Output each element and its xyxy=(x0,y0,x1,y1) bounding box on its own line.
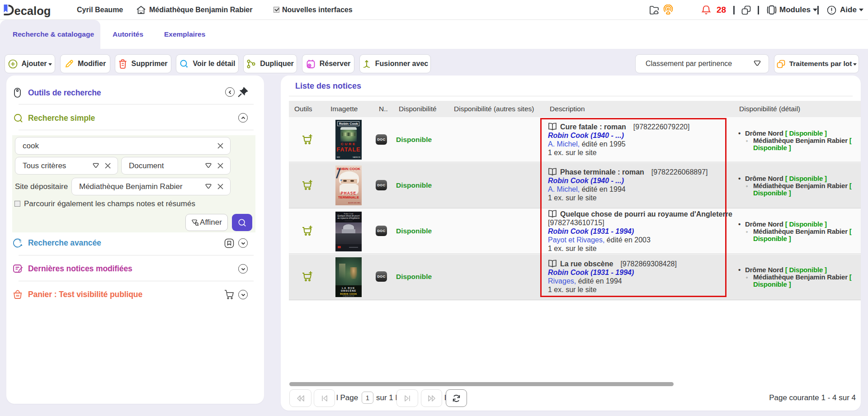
svg-text:ecalog: ecalog xyxy=(14,5,51,17)
